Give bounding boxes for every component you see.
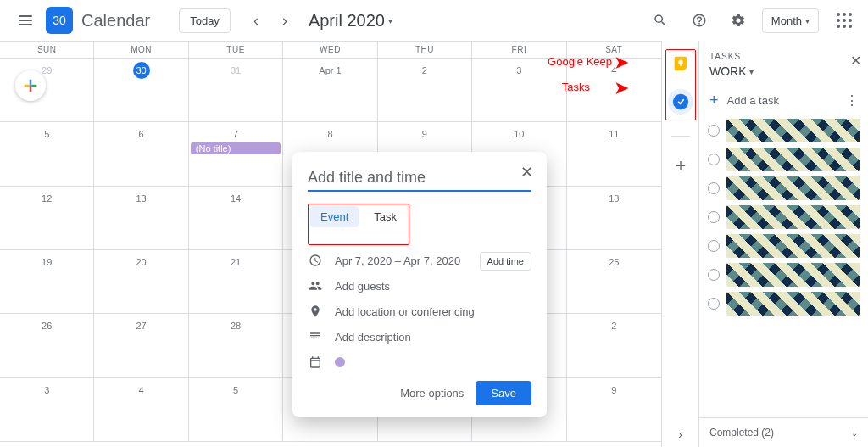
- row-date[interactable]: Apr 7, 2020 – Apr 7, 2020 Add time: [308, 254, 531, 267]
- task-item[interactable]: [704, 116, 863, 145]
- task-radio[interactable]: [708, 182, 720, 194]
- day-cell[interactable]: 21: [189, 250, 283, 314]
- save-button[interactable]: Save: [476, 381, 531, 405]
- day-number: 26: [38, 317, 55, 334]
- keep-button[interactable]: [668, 52, 693, 77]
- day-cell[interactable]: 5: [0, 122, 94, 186]
- day-number: 3: [510, 62, 527, 79]
- row-calendar[interactable]: [308, 355, 531, 369]
- task-radio[interactable]: [708, 154, 720, 165]
- keep-icon: [671, 55, 690, 74]
- chevron-down-icon: ⌄: [851, 428, 858, 438]
- day-cell[interactable]: 27: [94, 314, 188, 377]
- annotation-box: Event Task: [308, 204, 409, 245]
- day-cell[interactable]: 20: [94, 250, 188, 314]
- tasks-icon: [671, 92, 690, 111]
- weekday-label: TUE: [189, 42, 283, 59]
- guests-label: Add guests: [335, 280, 390, 293]
- day-cell[interactable]: 28: [189, 314, 283, 377]
- day-cell[interactable]: 6: [94, 122, 188, 186]
- day-cell[interactable]: 18: [567, 187, 661, 250]
- more-options-button[interactable]: More options: [400, 387, 464, 400]
- day-cell[interactable]: 2: [378, 59, 472, 122]
- day-number: 9: [605, 382, 622, 399]
- day-cell[interactable]: 26: [0, 314, 94, 377]
- help-icon: [692, 13, 707, 28]
- task-item[interactable]: [704, 260, 863, 289]
- prev-month-button[interactable]: ‹: [244, 8, 268, 32]
- annotation-box: [665, 49, 696, 120]
- next-month-button[interactable]: ›: [273, 8, 297, 32]
- task-item[interactable]: [704, 174, 863, 203]
- close-panel-button[interactable]: ✕: [850, 53, 861, 69]
- add-task-button[interactable]: + Add a task ⋮: [699, 85, 868, 116]
- day-cell[interactable]: 31: [189, 59, 283, 122]
- day-cell[interactable]: 2: [567, 314, 661, 377]
- current-range[interactable]: April 2020 ▾: [309, 11, 392, 31]
- day-cell[interactable]: 7(No title): [189, 122, 283, 186]
- day-cell[interactable]: 4: [94, 378, 188, 442]
- tasks-menu-button[interactable]: ⋮: [845, 92, 860, 109]
- day-cell[interactable]: Apr 1: [283, 59, 377, 122]
- close-icon: ✕: [850, 53, 861, 68]
- task-item[interactable]: [704, 289, 863, 318]
- task-radio[interactable]: [708, 211, 720, 223]
- tasks-button[interactable]: [668, 89, 693, 115]
- day-cell[interactable]: 14: [189, 187, 283, 250]
- day-cell[interactable]: 9: [567, 378, 661, 442]
- side-rail: ＋ ›: [661, 41, 698, 447]
- day-cell[interactable]: 5: [189, 378, 283, 442]
- menu-button[interactable]: [10, 5, 41, 36]
- task-item[interactable]: [704, 145, 863, 174]
- row-location[interactable]: Add location or conferencing: [308, 305, 531, 318]
- day-number: 21: [227, 254, 244, 271]
- task-radio[interactable]: [708, 125, 720, 137]
- day-number: 4: [133, 382, 150, 399]
- help-button[interactable]: [684, 5, 715, 36]
- day-number: 27: [133, 317, 150, 334]
- google-apps-button[interactable]: [827, 5, 858, 36]
- tab-task[interactable]: Task: [364, 206, 407, 227]
- task-item[interactable]: [704, 232, 863, 260]
- task-radio[interactable]: [708, 240, 720, 252]
- calendar-area: SUNMONTUEWEDTHUFRISAT 293031Apr 1234567(…: [0, 41, 661, 447]
- dropdown-caret-icon: ▾: [805, 16, 810, 25]
- day-cell[interactable]: 3: [0, 378, 94, 442]
- day-number: 19: [38, 254, 55, 271]
- plus-icon: ＋: [672, 154, 689, 176]
- day-cell[interactable]: 12: [0, 187, 94, 250]
- search-button[interactable]: [645, 5, 676, 36]
- day-cell[interactable]: 19: [0, 250, 94, 314]
- day-number: 14: [227, 190, 244, 207]
- collapse-rail-button[interactable]: ›: [668, 422, 693, 447]
- task-item[interactable]: [704, 203, 863, 232]
- calendar-color-dot: [335, 357, 345, 367]
- close-button[interactable]: ✕: [515, 160, 538, 184]
- day-number: 5: [227, 382, 244, 399]
- event-chip[interactable]: (No title): [191, 142, 281, 154]
- gear-icon: [731, 13, 746, 28]
- day-cell[interactable]: 25: [567, 250, 661, 314]
- day-number: 18: [605, 190, 622, 207]
- completed-toggle[interactable]: Completed (2) ⌄: [699, 417, 868, 447]
- view-switcher[interactable]: Month ▾: [762, 8, 819, 33]
- day-cell[interactable]: 29: [0, 59, 94, 122]
- task-list-selector[interactable]: WORK ▾: [709, 64, 858, 78]
- today-button[interactable]: Today: [179, 8, 231, 33]
- task-thumbnail: [726, 205, 860, 229]
- row-description[interactable]: Add description: [308, 330, 531, 344]
- task-radio[interactable]: [708, 298, 720, 310]
- tab-event[interactable]: Event: [310, 206, 359, 227]
- location-icon: [309, 305, 322, 318]
- settings-button[interactable]: [723, 5, 754, 36]
- addons-button[interactable]: ＋: [668, 152, 693, 177]
- day-cell[interactable]: 30: [94, 59, 188, 122]
- day-cell[interactable]: 13: [94, 187, 188, 250]
- day-cell[interactable]: 11: [567, 122, 661, 186]
- task-radio[interactable]: [708, 269, 720, 281]
- day-cell[interactable]: 3: [472, 59, 566, 122]
- add-time-button[interactable]: Add time: [480, 252, 531, 271]
- title-input[interactable]: [308, 165, 531, 192]
- day-number: 5: [38, 126, 55, 142]
- row-guests[interactable]: Add guests: [308, 279, 531, 293]
